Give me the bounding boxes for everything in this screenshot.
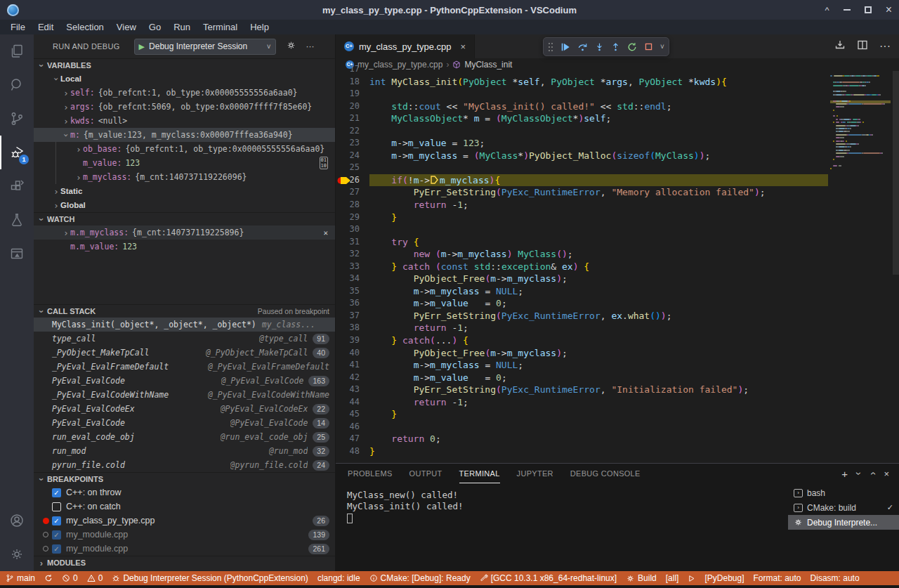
code-line-19[interactable]: 19 — [336, 88, 828, 100]
code-line-29[interactable]: 29 } — [336, 211, 828, 224]
line-number[interactable]: 48 — [336, 445, 369, 458]
line-number[interactable]: 38 — [336, 322, 369, 334]
close-panel-icon[interactable]: × — [884, 469, 889, 479]
stack-frame-2[interactable]: _PyObject_MakeTpCall@_PyObject_MakeTpCal… — [34, 346, 335, 360]
toolbar-chevron-down-icon[interactable]: ˅ — [660, 43, 664, 51]
step-out-button[interactable] — [611, 42, 620, 52]
breakpoint-row-4[interactable]: ✓my_module.cpp261 — [34, 542, 335, 556]
stack-frame-4[interactable]: PyEval_EvalCode@_PyEval_EvalCode163 — [34, 374, 335, 388]
code-editor[interactable]: 1718int MyClass_init(PyObject *self, PyO… — [336, 71, 899, 464]
line-number[interactable]: 31 — [336, 236, 369, 249]
breakpoint-checkbox[interactable]: ✓ — [52, 544, 61, 554]
line-number[interactable]: 35 — [336, 285, 369, 298]
line-number[interactable]: 27 — [336, 186, 369, 199]
code-line-28[interactable]: 28 return -1; — [336, 199, 828, 211]
search-icon[interactable] — [0, 68, 34, 102]
variables-section-header[interactable]: › VARIABLES — [34, 58, 335, 72]
line-number[interactable]: 45 — [336, 408, 369, 421]
line-number[interactable]: 33 — [336, 261, 369, 273]
variable-row-kwds[interactable]: ›kwds:<null> — [34, 114, 335, 128]
code-line-38[interactable]: 38 return -1; — [336, 322, 828, 334]
toolbar-drag-grip[interactable] — [548, 42, 553, 52]
variable-row-m_value[interactable]: m_value:1230110 — [34, 156, 335, 170]
watch-section-header[interactable]: › WATCH — [34, 212, 335, 226]
status-format-mode[interactable]: Format: auto — [754, 573, 801, 583]
panel-tab-debug-console[interactable]: DEBUG CONSOLE — [570, 464, 641, 483]
line-number[interactable]: 37 — [336, 310, 369, 322]
line-number[interactable]: 24 — [336, 150, 369, 162]
code-line-35[interactable]: 35 m->m_myclass = NULL; — [336, 285, 828, 298]
run-file-icon[interactable] — [834, 39, 846, 53]
line-number[interactable]: 43 — [336, 384, 369, 396]
line-number[interactable]: 42 — [336, 372, 369, 384]
status-git-branch[interactable]: main — [6, 573, 35, 583]
variables-scope-global[interactable]: ›Global — [34, 198, 335, 212]
menu-edit[interactable]: Edit — [32, 20, 60, 34]
code-line-43[interactable]: 43 PyErr_SetString(PyExc_RuntimeError, "… — [336, 384, 828, 396]
editor-scrollbar[interactable] — [893, 71, 899, 463]
status-launch[interactable] — [688, 575, 695, 582]
line-number[interactable]: 25 — [336, 162, 369, 174]
breakpoint-checkbox[interactable]: ✓ — [52, 516, 61, 525]
view-binary-icon[interactable]: 0110 — [320, 157, 328, 169]
status-cmake-status[interactable]: CMake: [Debug]: Ready — [369, 573, 471, 583]
line-number[interactable]: 29 — [336, 211, 369, 224]
line-number[interactable]: 20 — [336, 100, 369, 113]
stack-frame-7[interactable]: PyEval_EvalCode@PyEval_EvalCode14 — [34, 416, 335, 430]
code-line-33[interactable]: 33 } catch (const std::exception& ex) { — [336, 261, 828, 273]
stack-frame-6[interactable]: PyEval_EvalCodeEx@PyEval_EvalCodeEx22 — [34, 402, 335, 416]
modules-section-header[interactable]: › MODULES — [34, 556, 335, 569]
code-line-26[interactable]: 26 if(!m->m_myclass){ — [336, 174, 828, 187]
window-minimize-button[interactable] — [844, 9, 851, 11]
terminal-dropdown-icon[interactable]: › — [853, 472, 865, 476]
debug-settings-gear-icon[interactable] — [286, 40, 296, 53]
cmake-panel-icon[interactable] — [0, 237, 34, 270]
terminal-item-cmake-build[interactable]: ›CMake: build✓ — [788, 500, 899, 515]
line-number[interactable]: 36 — [336, 297, 369, 310]
code-line-22[interactable]: 22 — [336, 125, 828, 138]
breakpoint-row-1[interactable]: C++: on catch — [34, 499, 335, 514]
settings-gear-icon[interactable] — [0, 537, 34, 571]
code-line-25[interactable]: 25 — [336, 162, 828, 174]
line-number[interactable]: 21 — [336, 112, 369, 125]
breakpoint-row-2[interactable]: ✓my_class_py_type.cpp26 — [34, 514, 335, 528]
watch-row-1[interactable]: m.m_value:123 — [34, 240, 335, 254]
panel-tab-jupyter[interactable]: JUPYTER — [517, 464, 553, 483]
code-line-31[interactable]: 31 try { — [336, 236, 828, 249]
code-line-23[interactable]: 23 m->m_value = 123; — [336, 137, 828, 150]
code-line-32[interactable]: 32 new (m->m_myclass) MyClass(); — [336, 248, 828, 261]
variable-row-args[interactable]: ›args:{ob_refcnt:5069, ob_type:0x00007ff… — [34, 100, 335, 114]
restart-button[interactable] — [627, 42, 637, 52]
breakpoint-row-0[interactable]: ✓C++: on throw — [34, 485, 335, 499]
stack-frame-8[interactable]: run_eval_code_obj@run_eval_code_obj25 — [34, 430, 335, 444]
line-number[interactable]: 46 — [336, 421, 369, 433]
code-line-21[interactable]: 21 MyClassObject* m = (MyClassObject*)se… — [336, 112, 828, 125]
explorer-icon[interactable] — [0, 34, 34, 68]
code-line-45[interactable]: 45 } — [336, 408, 828, 421]
stack-frame-5[interactable]: _PyEval_EvalCodeWithName@_PyEval_EvalCod… — [34, 388, 335, 402]
panel-tab-terminal[interactable]: TERMINAL — [459, 464, 500, 483]
code-line-48[interactable]: 48} — [336, 445, 828, 458]
line-number[interactable]: 30 — [336, 223, 369, 236]
variable-row-m[interactable]: ›m:{m_value:123, m_myclass:0x00007fffea3… — [34, 128, 335, 142]
call-stack-section-header[interactable]: › CALL STACK Paused on breakpoint — [34, 304, 335, 318]
stack-frame-0[interactable]: MyClass_init(_object*, _object*, _object… — [34, 318, 335, 332]
tab-close-icon[interactable]: × — [461, 41, 466, 52]
step-over-button[interactable] — [577, 42, 588, 52]
code-line-44[interactable]: 44 return -1; — [336, 396, 828, 409]
source-control-icon[interactable] — [0, 102, 34, 136]
account-icon[interactable] — [0, 504, 34, 537]
line-number[interactable]: 17 — [336, 63, 369, 76]
window-chevron-up-icon[interactable]: ^ — [825, 6, 829, 15]
continue-button[interactable] — [560, 42, 570, 52]
status-build-target[interactable]: [all] — [666, 573, 679, 583]
menu-file[interactable]: File — [4, 20, 32, 34]
stop-button[interactable] — [644, 42, 653, 51]
debug-config-dropdown[interactable]: ▶ Debug Interpreter Session ˅ — [134, 39, 276, 55]
status-sync[interactable] — [44, 574, 53, 582]
line-number[interactable]: 32 — [336, 248, 369, 261]
window-close-button[interactable]: × — [886, 4, 892, 15]
menu-terminal[interactable]: Terminal — [197, 20, 244, 34]
menu-view[interactable]: View — [110, 20, 143, 34]
status-disasm-mode[interactable]: Disasm: auto — [811, 573, 860, 583]
